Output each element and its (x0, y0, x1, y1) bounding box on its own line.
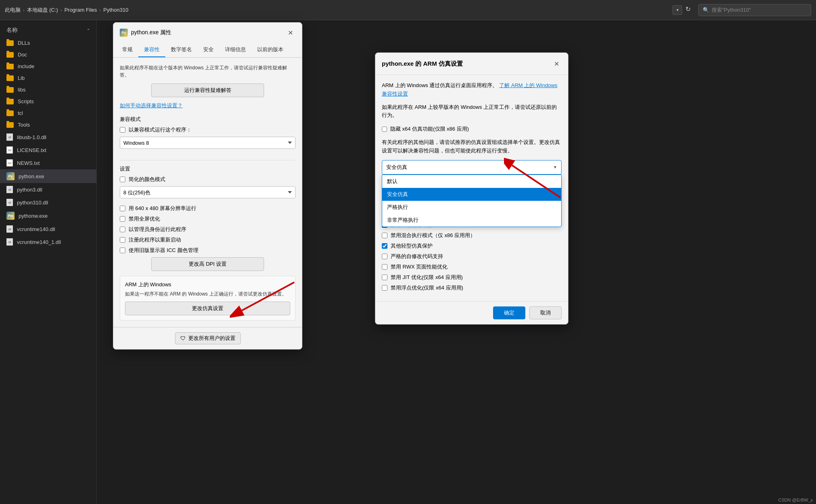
sort-icon[interactable]: ⌃ (87, 28, 90, 33)
sidebar-item-label: pythonw.exe (19, 213, 48, 219)
divider-1 (120, 160, 296, 160)
folder-icon (6, 87, 14, 93)
hide-x64-checkbox[interactable] (382, 127, 387, 132)
dialog-titlebar: Py python.exe 属性 ✕ (113, 23, 302, 43)
sidebar-item-lib[interactable]: Lib (0, 72, 96, 84)
sidebar-item-doc[interactable]: Doc (0, 49, 96, 60)
sidebar-item-scripts[interactable]: Scripts (0, 96, 96, 107)
compat-mode-label: 兼容模式 (120, 116, 296, 123)
sidebar-item-python310-dll[interactable]: dll python310.dll (0, 196, 96, 209)
search-icon: 🔍 (703, 7, 709, 13)
sidebar-item-vcruntime140-1[interactable]: dll vcruntime140_1.dll (0, 235, 96, 248)
pythonw-exe-icon: Pw (6, 212, 15, 220)
arm-desc-text: ARM 上的 Windows 通过仿真运行桌面应用程序。 (382, 82, 498, 88)
sim-float-label: 禁用浮点优化(仅限 x64 应用用) (391, 284, 463, 292)
refresh-button[interactable]: ↻ (685, 5, 695, 15)
sidebar-item-include[interactable]: include (0, 60, 96, 72)
sidebar-item-tools[interactable]: Tools (0, 119, 96, 131)
icc-checkbox[interactable] (120, 248, 125, 253)
sim-light-protection-checkbox[interactable] (382, 243, 387, 249)
sidebar-item-libs[interactable]: libs (0, 84, 96, 96)
sidebar-item-label: DLLs (18, 40, 30, 46)
fullscreen-label: 禁用全屏优化 (129, 215, 160, 223)
sidebar-item-label: vcruntime140_1.dll (17, 239, 61, 245)
sidebar-item-label: include (18, 63, 34, 69)
color-mode-label: 简化的颜色模式 (129, 176, 165, 183)
sim-check-strict-code: 严格的自修改代码支持 (382, 253, 562, 260)
sidebar-item-libusb[interactable]: dll libusb-1.0.dll (0, 131, 96, 144)
troubleshoot-button[interactable]: 运行兼容性疑难解答 (151, 83, 264, 97)
arm-settings-button[interactable]: 更改仿真设置 (125, 302, 290, 315)
search-box[interactable]: 🔍 搜索"Python310" (698, 4, 811, 16)
breadcrumb-dropdown[interactable]: ▾ (672, 5, 682, 15)
color-mode-select[interactable]: 8 位(256)色 (120, 186, 296, 198)
sim-float-checkbox[interactable] (382, 285, 387, 291)
register-checkbox[interactable] (120, 237, 125, 243)
sim-jit-label: 禁用 JIT 优化(仅限 x64 应用用) (391, 274, 463, 281)
breadcrumb-python310[interactable]: Python310 (103, 7, 128, 13)
arm-dialog-close-button[interactable]: ✕ (551, 58, 562, 69)
emulation-dropdown-button[interactable]: 安全仿真 (382, 160, 562, 175)
sim-check-light-protection: 其他轻型仿真保护 (382, 242, 562, 250)
breadcrumb-program-files[interactable]: Program Files (65, 7, 97, 13)
python-exe-icon: Py (6, 172, 15, 180)
arm-cancel-button[interactable]: 取消 (529, 306, 562, 319)
sim-mixed-exec-checkbox[interactable] (382, 233, 387, 238)
dialog-close-button[interactable]: ✕ (285, 27, 296, 38)
dll-file-icon: dll (6, 225, 13, 233)
dropdown-item-default[interactable]: 默认 (382, 175, 561, 188)
tab-previous-versions[interactable]: 以前的版本 (252, 43, 289, 57)
sidebar-item-dlls[interactable]: DLLs (0, 37, 96, 49)
sim-rwx-checkbox[interactable] (382, 264, 387, 270)
register-label: 注册此程序以重新启动 (129, 236, 181, 244)
sidebar-item-python3-dll[interactable]: dll python3.dll (0, 183, 96, 196)
dpi-button[interactable]: 更改高 DPI 设置 (151, 257, 264, 271)
tab-compatibility[interactable]: 兼容性 (138, 43, 165, 57)
dropdown-item-strict[interactable]: 严格执行 (382, 201, 561, 214)
compat-mode-checkbox[interactable] (120, 127, 125, 133)
tab-general[interactable]: 常规 (117, 43, 138, 57)
dll-file-icon: dll (6, 133, 13, 141)
explorer-topbar: 此电脑 › 本地磁盘 (C:) › Program Files › Python… (0, 0, 816, 20)
sim-jit-checkbox[interactable] (382, 275, 387, 280)
tab-digital-signature[interactable]: 数字签名 (165, 43, 198, 57)
arm-ok-button[interactable]: 确定 (493, 306, 525, 319)
folder-icon (6, 52, 14, 58)
breadcrumb-this-pc[interactable]: 此电脑 (5, 6, 21, 14)
admin-label: 以管理员身份运行此程序 (129, 226, 186, 233)
sim-light-protection-label: 其他轻型仿真保护 (391, 242, 433, 250)
admin-checkbox[interactable] (120, 227, 125, 232)
arm-section-desc: 如果这一程序不能在 ARM 的 Windows 上正确运行，请尝试更改仿真设置。 (125, 291, 290, 298)
color-mode-check-row: 简化的颜色模式 (120, 176, 296, 183)
emulation-dropdown-wrapper: 安全仿真 默认 安全仿真 严格执行 非常严格执行 (382, 160, 562, 175)
folder-icon (6, 110, 14, 116)
dropdown-item-safe-emulation[interactable]: 安全仿真 (382, 188, 561, 201)
sidebar-item-pythonw-exe[interactable]: Pw pythonw.exe (0, 209, 96, 223)
sidebar-item-license[interactable]: txt LICENSE.txt (0, 144, 96, 156)
arm-desc-1: ARM 上的 Windows 通过仿真运行桌面应用程序。 了解 ARM 上的 W… (382, 81, 562, 98)
breadcrumb-c-drive[interactable]: 本地磁盘 (C:) (27, 6, 58, 14)
hide-x64-check-row: 隐藏 x64 仿真功能(仅限 x86 应用) (382, 125, 562, 133)
register-check-row: 注册此程序以重新启动 (120, 236, 296, 244)
arm-dialog-content: ARM 上的 Windows 通过仿真运行桌面应用程序。 了解 ARM 上的 W… (375, 75, 568, 301)
sidebar-column-header: 名称 ⌃ (0, 23, 96, 37)
sidebar-item-news[interactable]: txt NEWS.txt (0, 156, 96, 169)
arm-desc-3: 有关此程序的其他问题，请尝试推荐的仿真设置组或选择单个设置。更改仿真设置可以解决… (382, 138, 562, 155)
shield-icon: 🛡 (180, 335, 186, 342)
dialog-footer: 🛡 更改所有用户的设置 (113, 327, 302, 349)
sidebar-item-label: Scripts (18, 98, 34, 104)
color-mode-checkbox[interactable] (120, 177, 125, 182)
tab-details[interactable]: 详细信息 (219, 43, 252, 57)
sidebar-item-tcl[interactable]: tcl (0, 107, 96, 119)
resolution-checkbox[interactable] (120, 206, 125, 211)
sidebar-item-vcruntime140[interactable]: dll vcruntime140.dll (0, 223, 96, 235)
manual-settings-link[interactable]: 如何手动选择兼容性设置？ (120, 102, 296, 109)
sidebar-item-python-exe[interactable]: Py python.exe (0, 169, 96, 183)
tab-security[interactable]: 安全 (198, 43, 219, 57)
fullscreen-checkbox[interactable] (120, 216, 125, 222)
sim-strict-code-checkbox[interactable] (382, 254, 387, 259)
compat-mode-select[interactable]: Windows 8 (120, 137, 296, 149)
sim-mixed-exec-label: 禁用混合执行模式（仅 x86 应用用） (391, 232, 475, 239)
all-users-button[interactable]: 🛡 更改所有用户的设置 (175, 332, 241, 344)
dropdown-item-very-strict[interactable]: 非常严格执行 (382, 214, 561, 227)
